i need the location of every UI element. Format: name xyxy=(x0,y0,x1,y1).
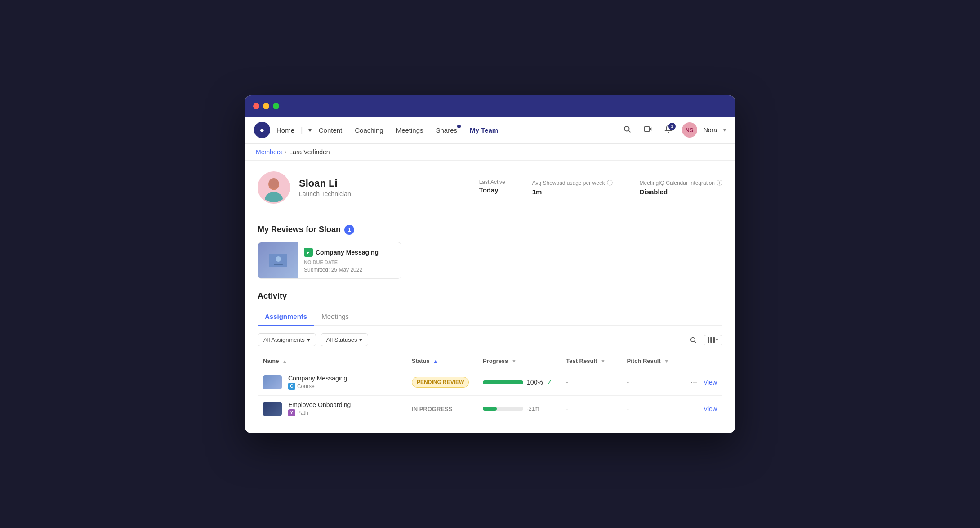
logo-icon: ● xyxy=(260,125,265,135)
breadcrumb-current: Lara Verlinden xyxy=(289,148,330,156)
main-content: Sloan Li Launch Technician Last Active T… xyxy=(245,161,735,433)
navbar-right: 3 NS Nora ▾ xyxy=(620,122,726,138)
table-row: Employee Onboarding Y Path IN PROGRESS xyxy=(258,395,722,422)
table-search-button[interactable] xyxy=(686,333,700,347)
video-icon xyxy=(644,125,652,135)
row1-pitch-result-cell: - xyxy=(622,369,682,395)
activity-tabs: Assignments Meetings xyxy=(258,308,722,326)
stat-last-active: Last Active Today xyxy=(479,179,505,196)
close-dot[interactable] xyxy=(253,103,259,109)
notifications-button[interactable]: 3 xyxy=(661,123,676,137)
col-header-actions xyxy=(682,353,722,369)
breadcrumb-members[interactable]: Members xyxy=(256,148,282,156)
row1-check-icon: ✓ xyxy=(547,378,552,386)
app-window: ● Home | ▾ Content Coaching Meetings Sha… xyxy=(245,95,735,433)
row2-progress-fill xyxy=(483,407,497,411)
svg-line-1 xyxy=(628,130,630,132)
row1-test-result: - xyxy=(566,379,568,386)
user-avatar: NS xyxy=(682,122,697,138)
all-statuses-filter[interactable]: All Statuses ▾ xyxy=(321,333,369,346)
row2-view-button[interactable]: View xyxy=(704,405,717,412)
meeting-iq-info-icon[interactable]: ⓘ xyxy=(717,179,722,187)
breadcrumb: Members › Lara Verlinden xyxy=(245,144,735,161)
video-button[interactable] xyxy=(641,123,655,137)
row2-progress-bar xyxy=(483,407,523,411)
nav-link-content[interactable]: Content xyxy=(313,124,348,137)
maximize-dot[interactable] xyxy=(273,103,279,109)
col-toggle-arrow-icon: ▾ xyxy=(716,337,718,343)
stat-meeting-iq-label: MeetingIQ Calendar Integration ⓘ xyxy=(640,179,722,187)
assignments-table: Name ▲ Status ▲ Progress ▼ Test Result ▼ xyxy=(258,353,722,422)
row1-item-name: Company Messaging xyxy=(288,375,347,382)
col-header-name[interactable]: Name ▲ xyxy=(258,353,406,369)
all-assignments-filter-label: All Assignments xyxy=(263,336,305,343)
user-name-label[interactable]: Nora xyxy=(704,126,717,134)
row2-progress-cell: -21m xyxy=(477,395,561,422)
nav-link-coaching[interactable]: Coaching xyxy=(349,124,388,137)
stat-meeting-iq: MeetingIQ Calendar Integration ⓘ Disable… xyxy=(640,179,722,196)
filters-row: All Assignments ▾ All Statuses ▾ xyxy=(258,333,722,347)
search-button[interactable] xyxy=(620,123,634,137)
row1-name-cell: Company Messaging C Course xyxy=(258,369,406,395)
review-card-due: NO DUE DATE xyxy=(304,260,396,265)
row1-progress-fill xyxy=(483,380,523,384)
row2-test-result-cell: - xyxy=(561,395,621,422)
status-filter-arrow-icon: ▾ xyxy=(359,336,362,343)
titlebar xyxy=(245,95,735,117)
avg-usage-info-icon[interactable]: ⓘ xyxy=(607,179,613,187)
nav-links: Content Coaching Meetings Shares My Team xyxy=(313,124,620,137)
stat-meeting-iq-value: Disabled xyxy=(640,188,722,196)
column-toggle-button[interactable]: ▾ xyxy=(704,335,722,345)
review-card-submitted: Submitted: 25 May 2022 xyxy=(304,267,396,273)
navbar: ● Home | ▾ Content Coaching Meetings Sha… xyxy=(245,117,735,144)
row1-progress-bar xyxy=(483,380,523,384)
app-logo[interactable]: ● xyxy=(254,122,270,138)
row2-test-result: - xyxy=(566,405,568,412)
row2-pitch-result: - xyxy=(627,405,629,412)
profile-info: Sloan Li Launch Technician xyxy=(299,178,470,197)
svg-point-9 xyxy=(276,256,281,262)
nav-link-meetings[interactable]: Meetings xyxy=(391,124,429,137)
stat-last-active-label: Last Active xyxy=(479,179,505,185)
row1-view-button[interactable]: View xyxy=(704,379,717,386)
nav-dropdown-button[interactable]: ▾ xyxy=(307,125,313,135)
col-header-status[interactable]: Status ▲ xyxy=(406,353,477,369)
review-card-title: Company Messaging xyxy=(316,249,379,256)
shares-label: Shares xyxy=(436,126,458,134)
name-sort-icon: ▲ xyxy=(282,358,287,364)
nav-link-myteam[interactable]: My Team xyxy=(464,124,503,137)
col-header-test-result[interactable]: Test Result ▼ xyxy=(561,353,621,369)
activity-section-title: Activity xyxy=(258,291,722,301)
all-assignments-filter[interactable]: All Assignments ▾ xyxy=(258,333,316,346)
all-statuses-filter-label: All Statuses xyxy=(326,336,357,343)
row2-actions-cell: View xyxy=(682,395,722,422)
search-icon xyxy=(623,125,631,135)
row1-status-badge: PENDING REVIEW xyxy=(412,377,469,388)
row2-progress-time: -21m xyxy=(527,406,539,412)
review-title-row: Company Messaging xyxy=(304,248,396,257)
row1-type-icon: C xyxy=(288,383,295,390)
tab-meetings[interactable]: Meetings xyxy=(314,308,356,326)
row2-item-name: Employee Onboarding xyxy=(288,401,351,408)
row1-status-cell: PENDING REVIEW xyxy=(406,369,477,395)
tab-assignments[interactable]: Assignments xyxy=(258,308,314,326)
row1-more-options-button[interactable]: ··· xyxy=(688,376,700,388)
breadcrumb-chevron-icon: › xyxy=(285,149,286,155)
profile-header: Sloan Li Launch Technician Last Active T… xyxy=(258,171,722,214)
minimize-dot[interactable] xyxy=(263,103,269,109)
nav-dropdown-arrow-icon: ▾ xyxy=(308,126,312,134)
svg-line-12 xyxy=(695,341,696,343)
nav-home[interactable]: Home xyxy=(276,126,294,134)
row2-pitch-result-cell: - xyxy=(622,395,682,422)
nav-link-shares[interactable]: Shares xyxy=(431,124,463,137)
review-card-content: Company Messaging NO DUE DATE Submitted:… xyxy=(298,242,401,278)
review-card[interactable]: Company Messaging NO DUE DATE Submitted:… xyxy=(258,242,401,279)
profile-title: Launch Technician xyxy=(299,190,470,197)
review-card-image xyxy=(258,242,298,278)
col-header-pitch-result[interactable]: Pitch Result ▼ xyxy=(622,353,682,369)
col-header-progress[interactable]: Progress ▼ xyxy=(477,353,561,369)
row1-thumbnail xyxy=(263,375,282,389)
row2-type-icon: Y xyxy=(288,409,295,416)
stat-avg-usage-label: Avg Showpad usage per week ⓘ xyxy=(532,179,613,187)
row1-type-label: Course xyxy=(297,383,315,389)
